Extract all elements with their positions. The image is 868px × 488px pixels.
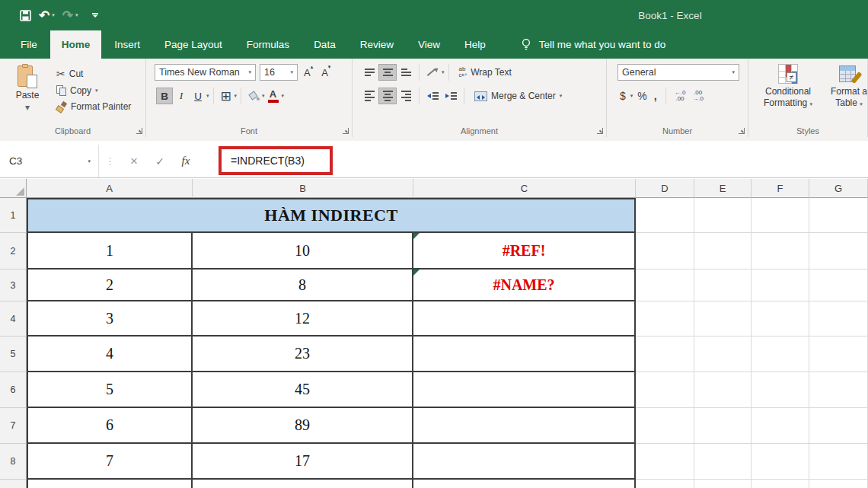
col-header-A[interactable]: A (27, 179, 193, 198)
cell-G2[interactable] (809, 233, 868, 270)
bottom-align-button[interactable] (397, 64, 415, 81)
col-header-G[interactable]: G (809, 179, 868, 198)
cut-button[interactable]: ✂ Cut (56, 68, 131, 80)
cell-B3[interactable]: 8 (193, 270, 413, 301)
cell-C8[interactable] (413, 444, 636, 480)
col-header-F[interactable]: F (752, 179, 809, 198)
row-header-1[interactable]: 1 (0, 198, 27, 233)
cell-G4[interactable] (809, 301, 868, 336)
row-header-2[interactable]: 2 (0, 233, 27, 270)
cell-A6[interactable]: 5 (27, 372, 193, 408)
cancel-button[interactable]: × (121, 154, 147, 169)
cell-F6[interactable] (752, 372, 809, 408)
row-header-5[interactable]: 5 (0, 336, 27, 372)
decrease-font-size-button[interactable]: A▾ (319, 67, 333, 78)
cell-D1[interactable] (636, 198, 694, 233)
orientation-chevron-icon[interactable]: ▾ (442, 69, 445, 75)
wrap-text-button[interactable]: ab c↩ Wrap Text (459, 66, 512, 78)
formula-input[interactable]: =INDRECT(B3) (222, 155, 305, 167)
name-box[interactable]: C3 ▾ (0, 145, 99, 177)
underline-button[interactable]: U (190, 88, 206, 104)
font-name-combo[interactable]: Times New Roman ▾ (155, 64, 256, 81)
tab-review[interactable]: Review (349, 30, 405, 59)
cell-F5[interactable] (752, 336, 809, 372)
align-center-button[interactable] (378, 88, 397, 104)
cell-C7[interactable] (413, 408, 636, 444)
cell-F4[interactable] (752, 301, 809, 336)
comma-button[interactable]: , (652, 90, 659, 102)
cell-G5[interactable] (809, 336, 868, 372)
redo-chevron-icon[interactable]: ▾ (75, 12, 78, 18)
copy-button[interactable]: Copy ▾ (56, 85, 131, 96)
cell-C4[interactable] (413, 301, 636, 336)
alignment-dialog-launcher[interactable] (597, 128, 603, 134)
tab-view[interactable]: View (407, 30, 452, 59)
borders-button[interactable]: ⊞ (218, 88, 235, 104)
percent-button[interactable]: % (635, 90, 649, 102)
col-header-C[interactable]: C (413, 179, 636, 198)
cell-C3[interactable]: #NAME? (413, 270, 636, 301)
borders-chevron-icon[interactable]: ▾ (235, 93, 238, 99)
cell-B2[interactable]: 10 (193, 233, 413, 270)
row-header-9[interactable] (0, 480, 27, 488)
tab-formulas[interactable]: Formulas (235, 30, 301, 59)
cell-E3[interactable] (694, 270, 752, 301)
col-header-E[interactable]: E (694, 179, 752, 198)
cell-F8[interactable] (752, 444, 809, 480)
cell-B9[interactable] (193, 480, 413, 488)
cell-D7[interactable] (636, 408, 694, 444)
cell-C5[interactable] (413, 336, 636, 372)
customize-quick-access-icon[interactable] (92, 13, 98, 18)
align-right-button[interactable] (397, 88, 415, 104)
font-size-combo[interactable]: 16 ▾ (260, 64, 298, 81)
cell-A2[interactable]: 1 (27, 233, 193, 270)
save-icon[interactable] (20, 10, 31, 21)
tab-help[interactable]: Help (453, 30, 497, 59)
tab-page-layout[interactable]: Page Layout (153, 30, 234, 59)
undo-button[interactable]: ↶ ▾ (39, 9, 55, 22)
undo-chevron-icon[interactable]: ▾ (52, 12, 55, 18)
col-header-B[interactable]: B (193, 179, 413, 198)
formula-bar-grip-icon[interactable]: ⋮ (99, 155, 121, 167)
decrease-decimal-button[interactable]: .00→.0 (690, 90, 706, 102)
middle-align-button[interactable] (378, 64, 397, 81)
cell-D6[interactable] (636, 372, 694, 408)
row-header-7[interactable]: 7 (0, 408, 27, 444)
cell-G6[interactable] (809, 372, 868, 408)
cell-F2[interactable] (752, 233, 809, 270)
cell-F3[interactable] (752, 270, 809, 301)
insert-function-button[interactable]: fx (173, 155, 199, 167)
merge-center-chevron-icon[interactable]: ▾ (560, 93, 563, 99)
cell-F7[interactable] (752, 408, 809, 444)
fill-color-button[interactable] (245, 88, 262, 104)
cell-D4[interactable] (636, 301, 694, 336)
cell-E9[interactable] (694, 480, 752, 488)
clipboard-dialog-launcher[interactable] (136, 128, 142, 134)
cell-G7[interactable] (809, 408, 868, 444)
cell-F9[interactable] (752, 480, 809, 488)
redo-button[interactable]: ↷ ▾ (62, 9, 78, 22)
increase-indent-button[interactable] (442, 88, 460, 104)
cell-F1[interactable] (752, 198, 809, 233)
cell-E1[interactable] (694, 198, 752, 233)
tab-data[interactable]: Data (302, 30, 347, 59)
cell-E6[interactable] (694, 372, 752, 408)
cell-D8[interactable] (636, 444, 694, 480)
increase-font-size-button[interactable]: A▴ (302, 67, 315, 78)
row-header-3[interactable]: 3 (0, 270, 27, 301)
cell-A4[interactable]: 3 (27, 301, 193, 336)
enter-button[interactable]: ✓ (147, 155, 173, 167)
tab-home[interactable]: Home (50, 30, 102, 59)
cell-A5[interactable]: 4 (27, 336, 193, 372)
cell-A1-merged-title[interactable]: HÀM INDIRECT (27, 198, 636, 233)
increase-decimal-button[interactable]: ←.0.00 (672, 90, 688, 102)
tab-file[interactable]: File (9, 30, 49, 59)
number-format-combo[interactable]: General ▾ (617, 64, 739, 81)
cell-G1[interactable] (809, 198, 868, 233)
cell-G9[interactable] (809, 480, 868, 488)
cell-B5[interactable]: 23 (193, 336, 413, 372)
number-dialog-launcher[interactable] (739, 128, 745, 134)
cell-A9[interactable] (27, 480, 193, 488)
font-dialog-launcher[interactable] (343, 128, 349, 134)
cell-A3[interactable]: 2 (27, 270, 193, 301)
